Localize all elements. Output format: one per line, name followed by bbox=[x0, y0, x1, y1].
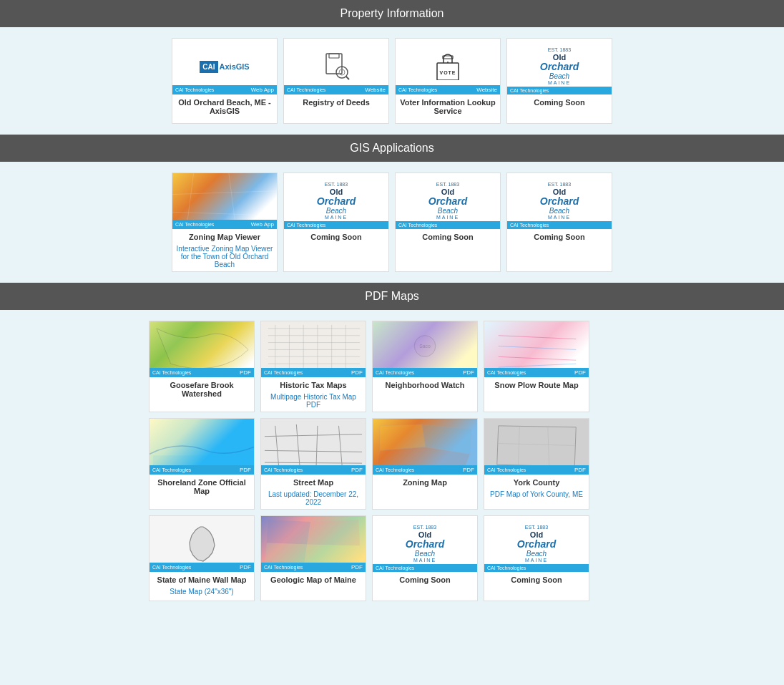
card-title-zoning-viewer: Zoning Map Viewer bbox=[172, 229, 277, 243]
card-title-coming-soon-gis2: Coming Soon bbox=[396, 229, 500, 243]
card-coming-soon-pdf1[interactable]: EST. 1883 Old Orchard Beach MAINE CAI Te… bbox=[372, 515, 478, 601]
card-zoning-viewer[interactable]: CAI Technologies Web App Zoning Map View… bbox=[172, 173, 278, 272]
section-header-pdf-maps: PDF Maps bbox=[0, 283, 784, 310]
card-street[interactable]: CAI Technologies PDF Street Map Last upd… bbox=[260, 418, 366, 510]
svg-text:VOTE: VOTE bbox=[439, 70, 456, 75]
card-title-registry: Registry of Deeds bbox=[284, 94, 388, 109]
card-desc-statemaine: State Map (24"x36") bbox=[150, 586, 254, 598]
svg-marker-43 bbox=[497, 426, 576, 467]
card-statemaine[interactable]: CAI Technologies PDF State of Maine Wall… bbox=[149, 515, 255, 601]
card-badge: CAI Technologies Website bbox=[284, 85, 388, 94]
card-image-statemaine: CAI Technologies PDF bbox=[150, 516, 254, 572]
card-voter[interactable]: VOTE CAI Technologies Website Voter Info… bbox=[395, 38, 501, 124]
card-badge: CAI Technologies bbox=[484, 564, 589, 572]
card-coming-soon-gis2[interactable]: EST. 1883 Old Orchard Beach MAINE CAI Te… bbox=[395, 173, 501, 272]
section-content-pdf-maps: CAI Technologies PDF Goosefare Brook Wat… bbox=[0, 310, 784, 612]
svg-line-31 bbox=[499, 364, 577, 367]
badge-org: CAI Technologies bbox=[487, 467, 526, 472]
svg-line-39 bbox=[265, 462, 362, 463]
svg-text:Saco: Saco bbox=[419, 344, 431, 349]
card-image-historic-tax: CAI Technologies PDF bbox=[261, 321, 366, 377]
card-image-street: CAI Technologies PDF bbox=[261, 419, 366, 475]
card-zoningmap[interactable]: CAI Technologies PDF Zoning Map bbox=[372, 418, 478, 510]
card-badge: CAI Technologies PDF bbox=[261, 563, 366, 572]
card-image-shoreland: CAI Technologies PDF bbox=[150, 419, 254, 475]
badge-type: PDF bbox=[351, 564, 363, 570]
card-title-neighborhood: Neighborhood Watch bbox=[373, 377, 477, 392]
card-title-coming-soon-pi: Coming Soon bbox=[507, 94, 612, 109]
badge-org: CAI Technologies bbox=[287, 223, 325, 228]
card-snowplow[interactable]: CAI Technologies PDF Snow Plow Route Map bbox=[484, 321, 589, 412]
svg-line-12 bbox=[172, 191, 277, 195]
card-coming-soon-pdf2[interactable]: EST. 1883 Old Orchard Beach MAINE CAI Te… bbox=[484, 515, 589, 601]
badge-type: Website bbox=[476, 87, 497, 93]
badge-type: Website bbox=[365, 87, 386, 93]
section-gis-apps: GIS Applications CAI Technologies Web Ap… bbox=[0, 135, 784, 283]
card-badge: CAI Technologies Website bbox=[396, 85, 500, 94]
svg-line-34 bbox=[296, 424, 300, 468]
card-image-coming-soon-pdf1: EST. 1883 Old Orchard Beach MAINE CAI Te… bbox=[373, 516, 477, 572]
card-image-geologic: CAI Technologies PDF bbox=[261, 516, 366, 572]
badge-type: Web App bbox=[251, 221, 274, 228]
card-axisGIS[interactable]: CAIAxisGIS CAI Technologies Web App Old … bbox=[172, 38, 278, 124]
card-badge: CAI Technologies PDF bbox=[150, 563, 254, 572]
card-badge: CAI Technologies PDF bbox=[150, 368, 254, 377]
card-neighborhood[interactable]: Saco CAI Technologies PDF Neighborhood W… bbox=[372, 321, 478, 412]
card-image-yorkcounty: CAI Technologies PDF bbox=[484, 419, 589, 475]
badge-org: CAI Technologies bbox=[152, 565, 191, 570]
card-badge: CAI Technologies Web App bbox=[172, 220, 277, 229]
card-title-snowplow: Snow Plow Route Map bbox=[484, 377, 589, 392]
badge-org: CAI Technologies bbox=[152, 370, 191, 375]
svg-line-38 bbox=[265, 450, 362, 452]
card-goosefare[interactable]: CAI Technologies PDF Goosefare Brook Wat… bbox=[149, 321, 255, 412]
card-desc-yorkcounty: PDF Map of York County, ME bbox=[484, 489, 589, 501]
svg-line-37 bbox=[265, 434, 362, 437]
card-desc-historic-tax: Multipage Historic Tax Map PDF bbox=[261, 392, 366, 412]
svg-marker-40 bbox=[380, 424, 426, 450]
badge-org: CAI Technologies bbox=[175, 87, 214, 92]
svg-line-28 bbox=[499, 336, 577, 339]
card-coming-soon-gis3[interactable]: EST. 1883 Old Orchard Beach MAINE CAI Te… bbox=[506, 173, 612, 272]
card-title-coming-soon-pdf1: Coming Soon bbox=[373, 572, 477, 586]
card-image-snowplow: CAI Technologies PDF bbox=[484, 321, 589, 377]
card-title-geologic: Geologic Map of Maine bbox=[261, 572, 366, 586]
card-image-coming-soon-gis1: EST. 1883 Old Orchard Beach MAINE CAI Te… bbox=[284, 173, 388, 229]
badge-org: CAI Technologies bbox=[487, 370, 526, 375]
cards-grid-property-info: CAIAxisGIS CAI Technologies Web App Old … bbox=[172, 38, 612, 124]
badge-org: CAI Technologies bbox=[398, 87, 437, 92]
badge-type: PDF bbox=[463, 369, 474, 376]
section-header-gis-apps: GIS Applications bbox=[0, 135, 784, 162]
svg-marker-47 bbox=[267, 520, 310, 545]
svg-line-3 bbox=[346, 77, 350, 80]
card-title-voter: Voter Information Lookup Service bbox=[396, 94, 500, 117]
card-image-registry: CAI Technologies Website bbox=[284, 39, 388, 94]
card-yorkcounty[interactable]: CAI Technologies PDF York County PDF Map… bbox=[484, 418, 589, 510]
card-geologic[interactable]: CAI Technologies PDF Geologic Map of Mai… bbox=[260, 515, 366, 601]
card-image-neighborhood: Saco CAI Technologies PDF bbox=[373, 321, 477, 377]
card-historic-tax[interactable]: CAI Technologies PDF Historic Tax Maps M… bbox=[260, 321, 366, 412]
card-badge: CAI Technologies bbox=[284, 221, 388, 229]
svg-line-33 bbox=[275, 426, 279, 467]
card-badge: CAI Technologies PDF bbox=[261, 465, 366, 475]
card-coming-soon-pi[interactable]: EST. 1883 Old Orchard Beach MAINE CAI Te… bbox=[506, 38, 612, 124]
card-title-street: Street Map bbox=[261, 475, 366, 489]
badge-type: Web App bbox=[251, 87, 274, 93]
badge-type: PDF bbox=[240, 369, 251, 376]
card-shoreland[interactable]: CAI Technologies PDF Shoreland Zone Offi… bbox=[149, 418, 255, 510]
card-title-yorkcounty: York County bbox=[484, 475, 589, 489]
badge-org: CAI Technologies bbox=[510, 223, 549, 228]
card-title-goosefare: Goosefare Brook Watershed bbox=[150, 377, 254, 400]
card-image-coming-soon-gis2: EST. 1883 Old Orchard Beach MAINE CAI Te… bbox=[396, 173, 500, 229]
svg-line-30 bbox=[499, 356, 577, 360]
badge-org: CAI Technologies bbox=[376, 467, 414, 472]
card-title-shoreland: Shoreland Zone Official Map bbox=[150, 475, 254, 497]
card-image-zoning-viewer: CAI Technologies Web App bbox=[172, 173, 277, 229]
card-coming-soon-gis1[interactable]: EST. 1883 Old Orchard Beach MAINE CAI Te… bbox=[283, 173, 389, 272]
badge-type: PDF bbox=[574, 467, 586, 473]
badge-org: CAI Technologies bbox=[398, 223, 437, 228]
svg-line-36 bbox=[339, 426, 343, 468]
card-registry[interactable]: CAI Technologies Website Registry of Dee… bbox=[283, 38, 389, 124]
badge-type: PDF bbox=[240, 467, 251, 473]
card-badge: CAI Technologies PDF bbox=[484, 465, 589, 475]
badge-org: CAI Technologies bbox=[487, 565, 526, 570]
